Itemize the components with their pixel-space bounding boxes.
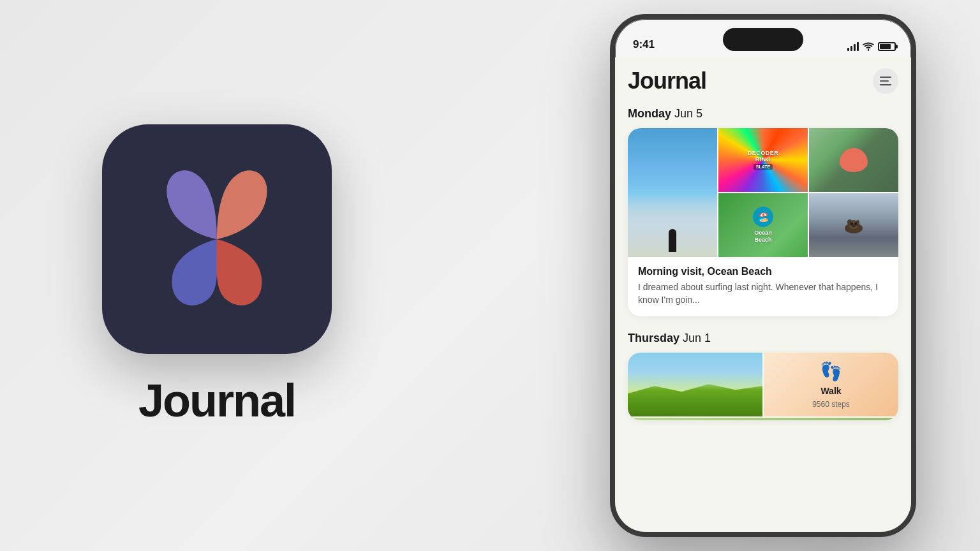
date-num-1: Jun 5	[674, 107, 702, 120]
ocean-beach-label: OceanBeach	[754, 230, 772, 244]
date-section-2: Thursday Jun 1	[628, 332, 898, 345]
decoder-ring-text: DECODERRING	[748, 151, 779, 163]
entry-text-1: Morning visit, Ocean Beach I dreamed abo…	[628, 257, 898, 316]
journal-app-title: Journal	[628, 68, 706, 94]
dog-silhouette	[842, 216, 865, 235]
silent-switch	[610, 96, 611, 119]
photo-shell	[809, 128, 898, 192]
entry-card-2[interactable]: 👣 Walk 9560 steps	[628, 353, 898, 420]
volume-down-button	[610, 175, 611, 210]
date-section-1: Monday Jun 5	[628, 107, 898, 121]
left-section: Journal	[102, 124, 332, 427]
date-label-2: Thursday Jun 1	[628, 332, 898, 345]
phone-content: Journal Monday Jun 5	[615, 57, 911, 532]
day-name-2: Thursday	[628, 332, 679, 344]
ocean-beach-map-icon: 🏖️	[753, 207, 773, 227]
phone-wrapper: 9:41	[610, 14, 916, 537]
volume-up-button	[610, 131, 611, 166]
battery-icon	[878, 42, 896, 51]
dynamic-island	[723, 28, 803, 51]
app-title-left: Journal	[138, 374, 295, 427]
photo-walk: 👣 Walk 9560 steps	[764, 353, 898, 416]
photo-beach	[628, 128, 717, 257]
day-name-1: Monday	[628, 107, 671, 120]
photo-podcast: DECODERRING SLATE	[718, 128, 808, 192]
photo-ocean-beach: 🏖️ OceanBeach	[718, 193, 808, 257]
app-icon-svg	[134, 156, 300, 322]
power-button	[915, 121, 916, 166]
entry-body-1: I dreamed about surfing last night. When…	[638, 281, 888, 306]
menu-button[interactable]	[873, 68, 898, 94]
status-time: 9:41	[633, 38, 655, 52]
slate-badge: SLATE	[754, 164, 773, 170]
walk-label: Walk	[820, 386, 841, 396]
photo-grid-1: DECODERRING SLATE	[628, 128, 898, 257]
app-icon	[102, 124, 332, 354]
walk-steps: 9560 steps	[812, 400, 850, 409]
photo-dog-car	[809, 193, 898, 257]
photo-hills	[628, 353, 762, 416]
date-label-1: Monday Jun 5	[628, 107, 898, 121]
phone-mockup: 9:41	[610, 14, 916, 537]
photo-bottom-strip	[628, 418, 898, 420]
menu-lines-icon	[880, 77, 891, 85]
date-num-2: Jun 1	[683, 332, 711, 344]
status-icons	[847, 42, 896, 52]
wifi-icon	[863, 42, 874, 51]
signal-icon	[847, 42, 859, 51]
journal-header: Journal	[628, 68, 898, 94]
photo-grid-2: 👣 Walk 9560 steps	[628, 353, 898, 420]
entry-card-1[interactable]: DECODERRING SLATE	[628, 128, 898, 316]
entry-title-1: Morning visit, Ocean Beach	[638, 266, 888, 277]
walk-icon: 👣	[820, 361, 842, 382]
battery-fill	[880, 44, 891, 49]
surfer-figure	[669, 229, 676, 252]
svg-point-6	[852, 224, 856, 227]
